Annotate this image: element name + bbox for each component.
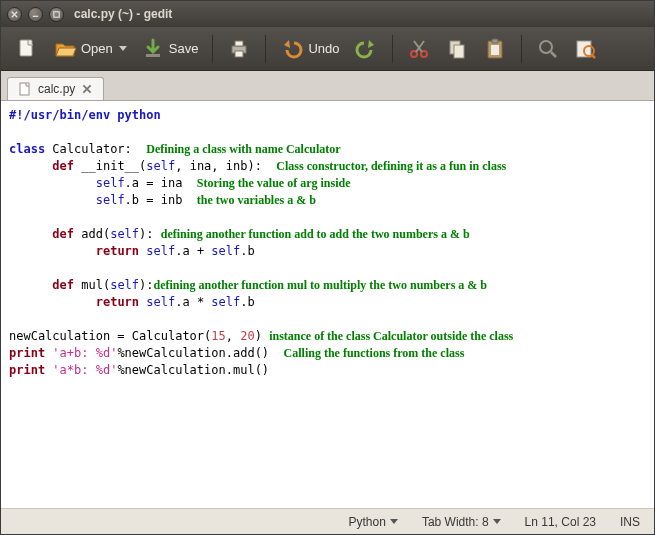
tab-close-button[interactable] xyxy=(81,83,93,95)
status-language[interactable]: Python xyxy=(349,515,398,529)
close-icon xyxy=(81,83,93,95)
open-button[interactable]: Open xyxy=(47,33,133,65)
cut-icon xyxy=(407,37,431,61)
paste-icon xyxy=(483,37,507,61)
code-shebang: #!/usr/bin/env python xyxy=(9,108,161,122)
print-button[interactable] xyxy=(221,33,257,65)
tab-label: calc.py xyxy=(38,82,75,96)
svg-rect-11 xyxy=(492,39,498,43)
redo-button[interactable] xyxy=(348,33,384,65)
svg-rect-2 xyxy=(146,54,160,57)
open-label: Open xyxy=(81,41,113,56)
close-window-button[interactable] xyxy=(7,7,22,22)
svg-rect-0 xyxy=(54,11,59,16)
status-bar: Python Tab Width: 8 Ln 11, Col 23 INS xyxy=(1,508,654,534)
cut-button[interactable] xyxy=(401,33,437,65)
svg-point-13 xyxy=(540,41,552,53)
titlebar: calc.py (~) - gedit xyxy=(1,1,654,27)
toolbar: Open Save Undo xyxy=(1,27,654,71)
undo-button[interactable]: Undo xyxy=(274,33,345,65)
editor-area[interactable]: #!/usr/bin/env python class Calculator: … xyxy=(1,101,654,508)
status-tabwidth[interactable]: Tab Width: 8 xyxy=(422,515,501,529)
svg-rect-9 xyxy=(454,45,464,58)
anno-store1: Storing the value of arg inside xyxy=(197,176,351,190)
status-cursor-position: Ln 11, Col 23 xyxy=(525,515,596,529)
anno-calling: Calling the functions from the class xyxy=(284,346,465,360)
anno-store2: the two variables a & b xyxy=(197,193,316,207)
anno-mul: defining another function mul to multipl… xyxy=(154,278,487,292)
save-label: Save xyxy=(169,41,199,56)
svg-rect-5 xyxy=(235,51,243,57)
open-dropdown-icon xyxy=(119,46,127,51)
anno-class: Defining a class with name Calculator xyxy=(146,142,340,156)
open-icon xyxy=(53,37,77,61)
print-icon xyxy=(227,37,251,61)
search-button[interactable] xyxy=(530,33,566,65)
separator xyxy=(212,35,213,63)
svg-rect-12 xyxy=(491,45,499,55)
minimize-window-button[interactable] xyxy=(28,7,43,22)
anno-add: defining another function add to add the… xyxy=(161,227,470,241)
save-button[interactable]: Save xyxy=(135,33,205,65)
file-icon xyxy=(18,82,32,96)
separator xyxy=(392,35,393,63)
separator xyxy=(521,35,522,63)
status-insert-mode[interactable]: INS xyxy=(620,515,640,529)
new-file-icon xyxy=(15,37,39,61)
window-title: calc.py (~) - gedit xyxy=(74,7,172,21)
save-icon xyxy=(141,37,165,61)
copy-icon xyxy=(445,37,469,61)
paste-button[interactable] xyxy=(477,33,513,65)
dropdown-icon xyxy=(390,519,398,524)
tab-bar: calc.py xyxy=(1,71,654,101)
kw-class: class xyxy=(9,142,45,156)
dropdown-icon xyxy=(493,519,501,524)
anno-ctor: Class constructor, defining it as a fun … xyxy=(276,159,506,173)
find-replace-icon xyxy=(574,37,598,61)
maximize-window-button[interactable] xyxy=(49,7,64,22)
find-replace-button[interactable] xyxy=(568,33,604,65)
separator xyxy=(265,35,266,63)
copy-button[interactable] xyxy=(439,33,475,65)
search-icon xyxy=(536,37,560,61)
undo-icon xyxy=(280,37,304,61)
undo-label: Undo xyxy=(308,41,339,56)
tab-calc-py[interactable]: calc.py xyxy=(7,77,104,100)
new-file-button[interactable] xyxy=(9,33,45,65)
svg-rect-4 xyxy=(235,41,243,46)
anno-instance: instance of the class Calculator outside… xyxy=(269,329,513,343)
redo-icon xyxy=(354,37,378,61)
